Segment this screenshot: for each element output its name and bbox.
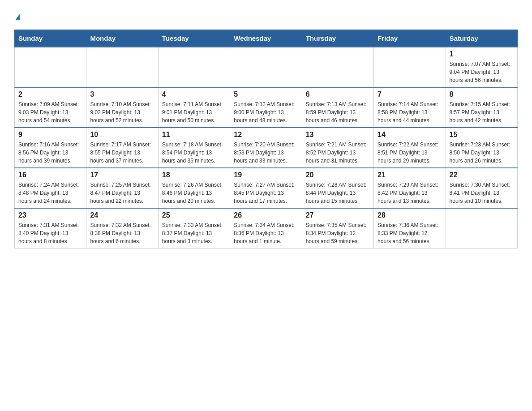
day-cell: 13Sunrise: 7:21 AM Sunset: 8:52 PM Dayli…: [302, 128, 373, 168]
header-wednesday: Wednesday: [230, 30, 302, 47]
day-number: 14: [378, 131, 442, 139]
day-number: 15: [450, 131, 514, 139]
day-number: 1: [450, 50, 514, 58]
calendar-header: Sunday Monday Tuesday Wednesday Thursday…: [15, 30, 518, 47]
day-cell: 6Sunrise: 7:13 AM Sunset: 8:59 PM Daylig…: [302, 87, 373, 128]
day-number: 5: [234, 90, 298, 98]
day-cell: 2Sunrise: 7:09 AM Sunset: 9:03 PM Daylig…: [15, 87, 86, 128]
day-number: 28: [378, 211, 442, 219]
page-header: [14, 11, 518, 21]
day-info: Sunrise: 7:25 AM Sunset: 8:47 PM Dayligh…: [90, 181, 154, 205]
day-number: 22: [450, 171, 514, 179]
day-info: Sunrise: 7:07 AM Sunset: 9:04 PM Dayligh…: [450, 60, 514, 84]
logo-line1: [14, 11, 20, 21]
day-info: Sunrise: 7:23 AM Sunset: 8:50 PM Dayligh…: [450, 141, 514, 165]
day-info: Sunrise: 7:36 AM Sunset: 8:33 PM Dayligh…: [378, 221, 442, 245]
day-info: Sunrise: 7:13 AM Sunset: 8:59 PM Dayligh…: [306, 100, 370, 124]
day-cell: 12Sunrise: 7:20 AM Sunset: 8:53 PM Dayli…: [230, 128, 302, 168]
header-monday: Monday: [86, 30, 158, 47]
day-info: Sunrise: 7:16 AM Sunset: 8:56 PM Dayligh…: [18, 141, 82, 165]
day-cell: 11Sunrise: 7:18 AM Sunset: 8:54 PM Dayli…: [158, 128, 230, 168]
day-cell: 8Sunrise: 7:15 AM Sunset: 8:57 PM Daylig…: [446, 87, 517, 128]
day-info: Sunrise: 7:22 AM Sunset: 8:51 PM Dayligh…: [378, 141, 442, 165]
logo-triangle-icon: [15, 14, 20, 20]
day-info: Sunrise: 7:18 AM Sunset: 8:54 PM Dayligh…: [162, 141, 226, 165]
logo: [14, 11, 20, 21]
day-number: 7: [378, 90, 442, 98]
header-saturday: Saturday: [446, 30, 517, 47]
day-number: 20: [306, 171, 370, 179]
day-cell: [15, 47, 86, 87]
day-number: 6: [306, 90, 370, 98]
day-cell: 22Sunrise: 7:30 AM Sunset: 8:41 PM Dayli…: [446, 168, 517, 208]
day-cell: [446, 208, 517, 248]
header-thursday: Thursday: [302, 30, 373, 47]
day-cell: 15Sunrise: 7:23 AM Sunset: 8:50 PM Dayli…: [446, 128, 517, 168]
day-cell: [86, 47, 158, 87]
day-cell: 26Sunrise: 7:34 AM Sunset: 8:36 PM Dayli…: [230, 208, 302, 248]
day-info: Sunrise: 7:12 AM Sunset: 9:00 PM Dayligh…: [234, 100, 298, 124]
day-number: 24: [90, 211, 154, 219]
day-cell: 7Sunrise: 7:14 AM Sunset: 8:58 PM Daylig…: [374, 87, 446, 128]
day-info: Sunrise: 7:26 AM Sunset: 8:46 PM Dayligh…: [162, 181, 226, 205]
day-info: Sunrise: 7:30 AM Sunset: 8:41 PM Dayligh…: [450, 181, 514, 205]
day-number: 25: [162, 211, 226, 219]
day-info: Sunrise: 7:32 AM Sunset: 8:38 PM Dayligh…: [90, 221, 154, 245]
day-info: Sunrise: 7:10 AM Sunset: 9:02 PM Dayligh…: [90, 100, 154, 124]
day-cell: [302, 47, 373, 87]
day-number: 10: [90, 131, 154, 139]
day-cell: 28Sunrise: 7:36 AM Sunset: 8:33 PM Dayli…: [374, 208, 446, 248]
day-number: 21: [378, 171, 442, 179]
header-tuesday: Tuesday: [158, 30, 230, 47]
day-number: 18: [162, 171, 226, 179]
day-info: Sunrise: 7:28 AM Sunset: 8:44 PM Dayligh…: [306, 181, 370, 205]
day-cell: 25Sunrise: 7:33 AM Sunset: 8:37 PM Dayli…: [158, 208, 230, 248]
day-info: Sunrise: 7:33 AM Sunset: 8:37 PM Dayligh…: [162, 221, 226, 245]
day-info: Sunrise: 7:21 AM Sunset: 8:52 PM Dayligh…: [306, 141, 370, 165]
day-cell: 10Sunrise: 7:17 AM Sunset: 8:55 PM Dayli…: [86, 128, 158, 168]
day-cell: 4Sunrise: 7:11 AM Sunset: 9:01 PM Daylig…: [158, 87, 230, 128]
day-number: 13: [306, 131, 370, 139]
day-cell: 27Sunrise: 7:35 AM Sunset: 8:34 PM Dayli…: [302, 208, 373, 248]
day-cell: 9Sunrise: 7:16 AM Sunset: 8:56 PM Daylig…: [15, 128, 86, 168]
day-cell: 5Sunrise: 7:12 AM Sunset: 9:00 PM Daylig…: [230, 87, 302, 128]
header-sunday: Sunday: [15, 30, 86, 47]
weekday-header-row: Sunday Monday Tuesday Wednesday Thursday…: [15, 30, 518, 47]
day-cell: 21Sunrise: 7:29 AM Sunset: 8:42 PM Dayli…: [374, 168, 446, 208]
day-number: 9: [18, 131, 82, 139]
header-friday: Friday: [374, 30, 446, 47]
day-cell: 14Sunrise: 7:22 AM Sunset: 8:51 PM Dayli…: [374, 128, 446, 168]
calendar-body: 1Sunrise: 7:07 AM Sunset: 9:04 PM Daylig…: [15, 47, 518, 248]
day-number: 8: [450, 90, 514, 98]
day-number: 17: [90, 171, 154, 179]
day-cell: 18Sunrise: 7:26 AM Sunset: 8:46 PM Dayli…: [158, 168, 230, 208]
day-info: Sunrise: 7:35 AM Sunset: 8:34 PM Dayligh…: [306, 221, 370, 245]
day-cell: [230, 47, 302, 87]
week-row-1: 2Sunrise: 7:09 AM Sunset: 9:03 PM Daylig…: [15, 87, 518, 128]
day-number: 27: [306, 211, 370, 219]
day-cell: [374, 47, 446, 87]
day-cell: 19Sunrise: 7:27 AM Sunset: 8:45 PM Dayli…: [230, 168, 302, 208]
week-row-3: 16Sunrise: 7:24 AM Sunset: 8:48 PM Dayli…: [15, 168, 518, 208]
day-cell: [158, 47, 230, 87]
day-cell: 23Sunrise: 7:31 AM Sunset: 8:40 PM Dayli…: [15, 208, 86, 248]
day-number: 2: [18, 90, 82, 98]
calendar-table: Sunday Monday Tuesday Wednesday Thursday…: [14, 30, 518, 248]
day-cell: 3Sunrise: 7:10 AM Sunset: 9:02 PM Daylig…: [86, 87, 158, 128]
day-info: Sunrise: 7:31 AM Sunset: 8:40 PM Dayligh…: [18, 221, 82, 245]
day-info: Sunrise: 7:14 AM Sunset: 8:58 PM Dayligh…: [378, 100, 442, 124]
day-number: 3: [90, 90, 154, 98]
week-row-0: 1Sunrise: 7:07 AM Sunset: 9:04 PM Daylig…: [15, 47, 518, 87]
day-info: Sunrise: 7:11 AM Sunset: 9:01 PM Dayligh…: [162, 100, 226, 124]
day-number: 19: [234, 171, 298, 179]
day-info: Sunrise: 7:27 AM Sunset: 8:45 PM Dayligh…: [234, 181, 298, 205]
day-cell: 1Sunrise: 7:07 AM Sunset: 9:04 PM Daylig…: [446, 47, 517, 87]
day-info: Sunrise: 7:17 AM Sunset: 8:55 PM Dayligh…: [90, 141, 154, 165]
day-cell: 20Sunrise: 7:28 AM Sunset: 8:44 PM Dayli…: [302, 168, 373, 208]
day-info: Sunrise: 7:34 AM Sunset: 8:36 PM Dayligh…: [234, 221, 298, 245]
day-number: 23: [18, 211, 82, 219]
day-number: 16: [18, 171, 82, 179]
day-info: Sunrise: 7:29 AM Sunset: 8:42 PM Dayligh…: [378, 181, 442, 205]
day-cell: 16Sunrise: 7:24 AM Sunset: 8:48 PM Dayli…: [15, 168, 86, 208]
day-number: 4: [162, 90, 226, 98]
